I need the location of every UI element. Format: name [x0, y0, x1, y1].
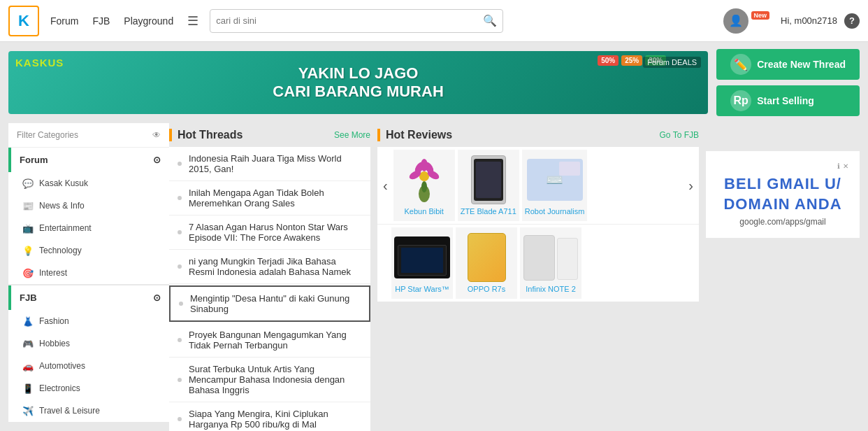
sidebar-item-technology[interactable]: 💡 Technology [8, 239, 169, 262]
review-name: HP Star Wars™ [395, 285, 449, 293]
banner-kaskus-label: KASKUS [15, 57, 64, 69]
thread-item[interactable]: Indonesia Raih Juara Tiga Miss World 201… [169, 147, 370, 181]
ad-sub-text: google.com/apps/gmail [717, 217, 848, 227]
review-item-oppo[interactable]: OPPO R7s [456, 227, 517, 299]
sidebar-item-entertainment[interactable]: 📺 Entertainment [8, 217, 169, 239]
hot-reviews-panel: Hot Reviews Go To FJB ‹ [377, 123, 699, 431]
user-greeting: Hi, m00n2718 [781, 15, 837, 26]
thread-item-highlighted[interactable]: Mengintip "Desa Hantu" di kaki Gunung Si… [169, 285, 370, 322]
sidebar-item-automotives[interactable]: 🚗 Automotives [8, 355, 169, 377]
hot-reviews-title: Hot Reviews [377, 129, 452, 141]
review-img [461, 155, 516, 204]
sidebar-item-label: Hobbies [39, 339, 70, 348]
create-thread-icon: ✏️ [730, 54, 751, 75]
sidebar-item-label: Fashion [39, 316, 69, 326]
reviews-row: Kebun Bibit ZTE Blade A711 [393, 150, 683, 221]
hot-threads-title: Hot Threads [169, 129, 243, 141]
review-item-robot[interactable]: ⌨️ Robot Journalism [522, 150, 588, 221]
tech-icon: 💡 [22, 245, 34, 256]
sidebar-forum-header[interactable]: Forum ⊙ [8, 148, 169, 172]
thread-bullet [179, 302, 183, 306]
threads-list: Indonesia Raih Juara Tiga Miss World 201… [169, 147, 370, 431]
sidebar-item-travel[interactable]: ✈️ Travel & Leisure [8, 400, 169, 422]
banner-deals-label: Forum DEALS [643, 57, 701, 68]
ad-main-text: BELI GMAIL U/DOMAIN ANDA [717, 174, 848, 214]
fjb-chevron-icon: ⊙ [153, 292, 161, 303]
sidebar-item-label: Kasak Kusuk [39, 178, 88, 188]
banner-area: KASKUS YAKIN LO JAGOCARI BARANG MURAH 50… [0, 42, 868, 123]
review-item-hp-starwars[interactable]: HP Star Wars™ [391, 227, 453, 299]
sidebar-item-interest[interactable]: 🎯 Interest [8, 262, 169, 284]
start-selling-button[interactable]: Rp Start Selling [716, 85, 860, 116]
nav-forum[interactable]: Forum [50, 15, 78, 27]
svg-point-8 [421, 173, 428, 180]
sidebar-item-label: Automotives [39, 361, 85, 371]
thread-bullet [178, 230, 182, 234]
review-img [458, 233, 514, 282]
sidebar-item-label: Entertainment [39, 223, 92, 233]
search-button[interactable]: 🔍 [483, 14, 497, 27]
main-nav: Forum FJB Playground [50, 15, 173, 27]
search-input[interactable] [216, 15, 483, 26]
reviews-row: HP Star Wars™ OPPO R7s [391, 227, 685, 299]
thread-item[interactable]: Proyek Bangunan Mengagumkan Yang Tidak P… [169, 323, 370, 358]
main-layout: Filter Categories 👁 Forum ⊙ 💬 Kasak Kusu… [0, 123, 868, 431]
thread-bullet [178, 378, 182, 382]
thread-item[interactable]: 7 Alasan Agan Harus Nonton Star Wars Epi… [169, 216, 370, 250]
thread-bullet [178, 417, 182, 421]
interest-icon: 🎯 [22, 267, 34, 278]
nav-playground[interactable]: Playground [124, 15, 173, 27]
review-item-kebun-bibit[interactable]: Kebun Bibit [393, 150, 455, 221]
filter-eye-icon[interactable]: 👁 [152, 130, 161, 140]
sidebar-item-label: Interest [39, 268, 67, 278]
ad-box: ℹ ✕ BELI GMAIL U/DOMAIN ANDA google.com/… [706, 151, 860, 238]
nav-fjb[interactable]: FJB [92, 15, 110, 27]
thread-item[interactable]: Surat Terbuka Untuk Artis Yang Mencampur… [169, 358, 370, 402]
thread-bullet [178, 264, 182, 269]
sidebar-fjb-header[interactable]: FJB ⊙ [8, 285, 169, 310]
sidebar-item-electronics[interactable]: 📱 Electronics [8, 377, 169, 400]
avatar[interactable]: 👤 [723, 8, 748, 34]
next-review-button[interactable]: › [683, 175, 699, 197]
ad-info-icon[interactable]: ℹ [837, 162, 840, 170]
go-to-fjb-link[interactable]: Go To FJB [660, 130, 699, 140]
hobbies-icon: 🎮 [22, 338, 34, 349]
thread-bullet [178, 196, 182, 200]
reviews-row-2: HP Star Wars™ OPPO R7s [377, 224, 699, 302]
review-img [523, 233, 579, 282]
banner-image: KASKUS YAKIN LO JAGOCARI BARANG MURAH 50… [8, 51, 708, 114]
ad-panel: ℹ ✕ BELI GMAIL U/DOMAIN ANDA google.com/… [706, 123, 860, 431]
create-thread-button[interactable]: ✏️ Create New Thread [716, 49, 860, 80]
sidebar-forum-section: Forum ⊙ 💬 Kasak Kusuk 📰 News & Info 📺 En… [8, 148, 169, 284]
see-more-threads-link[interactable]: See More [334, 130, 370, 140]
reviews-container: ‹ [377, 147, 699, 302]
hamburger-icon[interactable]: ☰ [187, 13, 198, 29]
thread-item[interactable]: ni yang Mungkin Terjadi Jika Bahasa Resm… [169, 250, 370, 284]
thread-item[interactable]: Inilah Mengapa Agan Tidak Boleh Meremehk… [169, 181, 370, 216]
review-item-zte[interactable]: ZTE Blade A711 [458, 150, 519, 221]
news-icon: 📰 [22, 200, 34, 211]
help-button[interactable]: ? [844, 13, 860, 29]
sidebar-item-kasak-kusuk[interactable]: 💬 Kasak Kusuk [8, 172, 169, 195]
logo-text: K [18, 12, 29, 30]
tv-icon: 📺 [22, 222, 34, 234]
start-selling-icon: Rp [730, 90, 751, 111]
sidebar-item-hobbies[interactable]: 🎮 Hobbies [8, 332, 169, 355]
fashion-icon: 👗 [22, 316, 34, 327]
sidebar-item-label: Electronics [39, 383, 80, 393]
action-buttons: ✏️ Create New Thread Rp Start Selling [716, 49, 860, 116]
sidebar-item-news-info[interactable]: 📰 News & Info [8, 195, 169, 217]
thread-item[interactable]: Siapa Yang Mengira, Kini Ciplukan Hargan… [169, 402, 370, 431]
header-right: 👤 New Hi, m00n2718 ? [723, 8, 860, 34]
review-item-infinix[interactable]: Infinix NOTE 2 [520, 227, 581, 299]
sidebar-item-fashion[interactable]: 👗 Fashion [8, 310, 169, 332]
ad-info-bar: ℹ ✕ [717, 162, 848, 170]
sidebar-item-label: Technology [39, 246, 82, 255]
sidebar-item-label: News & Info [39, 201, 85, 211]
logo[interactable]: K [8, 6, 39, 36]
prev-review-button[interactable]: ‹ [377, 175, 393, 197]
review-name: Kebun Bibit [405, 207, 444, 216]
ad-close-icon[interactable]: ✕ [843, 162, 848, 170]
reviews-row-1: ‹ [377, 147, 699, 224]
review-img [394, 233, 450, 282]
